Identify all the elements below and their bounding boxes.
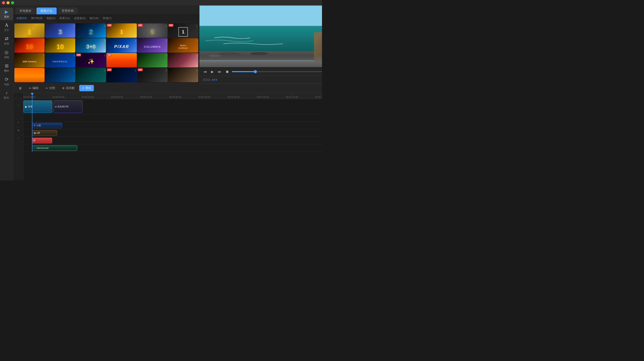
grid-item-sakura[interactable]: ↓ 樱花 <box>168 53 198 67</box>
grid-item-slate-countdown[interactable]: VIP 1 ↓ 场记板倒计时 <box>168 23 198 38</box>
svg-point-11 <box>209 55 220 57</box>
track-label-video: □ <box>13 99 23 112</box>
split-button[interactable]: ✂ 分割 <box>43 85 58 91</box>
grid-item-columbia[interactable]: COLUMBIA ↓ COLUMBIA <box>137 38 168 53</box>
progress-bar[interactable] <box>232 71 322 72</box>
tab-bg[interactable]: 背景样例 <box>58 8 78 14</box>
grid-item-island[interactable]: ↓ 海岛 <box>76 68 106 82</box>
sidebar-item-music[interactable]: ♪ 配乐 <box>0 89 13 101</box>
grid-item-weld-countdown[interactable]: 10 ↓ 电焊倒计时 <box>45 38 75 53</box>
tab-featured[interactable]: 精美片头 <box>36 8 57 14</box>
beach-clip[interactable]: ▶ 海滩 <box>23 100 52 113</box>
skip-forward-button[interactable]: ⏭ <box>217 69 222 74</box>
preview-video <box>199 6 322 67</box>
music-icon: ♪ <box>6 90 8 96</box>
download-icon: ↓ <box>43 39 44 42</box>
minimize-button[interactable] <box>7 1 10 4</box>
video-track: ▶ 海滩 ▶ 流光倒计时 <box>23 99 322 114</box>
grid-item-metro[interactable]: MetroGoldwyn ↓ Metro Goldw <box>168 38 198 53</box>
grid-item-ice-countdown[interactable]: 3+0 ↓ 水与冰倒计时 <box>76 38 106 53</box>
download-icon: ↓ <box>166 39 167 42</box>
effect-clip-label: 流光倒计时 <box>57 105 69 108</box>
skip-back-button[interactable]: ⏮ <box>203 69 208 74</box>
grid-item-electric-countdown[interactable]: 3 ↓ 电流倒计时 <box>45 23 75 38</box>
sidebar-item-text[interactable]: A 文字 <box>0 21 13 33</box>
text-icon: A <box>5 23 8 28</box>
image-track-icon: ⊞ <box>17 129 19 132</box>
app-body: ▶ 素材 A 文字 ⇄ 转场 ◎ 滤镜 ⊞ 叠附 ⟳ 动画 ♪ 配乐 <box>0 6 322 180</box>
freeze-button[interactable]: ❄ 冻结帧 <box>60 85 77 91</box>
ratio-value: 16:9 <box>212 78 217 81</box>
grid-item-pixar[interactable]: PIXAR ↓ PIXAR <box>106 38 137 53</box>
trash-icon: 🗑 <box>19 86 22 90</box>
grid-item-city[interactable]: VIP ↓ 城市 <box>137 68 168 82</box>
top-panel: 本地素材 精美片头 背景样例 全部(43) 倒计时(9) 电影(5) 风景(11… <box>13 6 322 83</box>
vip-badge: VIP <box>107 68 112 71</box>
audio-track: ♫ AlienSunset <box>23 144 322 152</box>
download-icon: ↓ <box>135 54 136 57</box>
download-icon: ↓ <box>73 68 75 72</box>
grid-item-fox[interactable]: 20th Century ↓ 20th Century <box>14 53 45 67</box>
cat-other[interactable]: 其他(7) <box>102 16 112 21</box>
export-button[interactable]: ↗ 导出 <box>79 85 94 91</box>
audio-clip[interactable]: ♫ AlienSunset <box>32 145 77 151</box>
cat-travel[interactable]: 旅行(6) <box>89 16 99 21</box>
grid-item-nature[interactable]: ↓ 自然 <box>137 53 168 67</box>
dream-clip-label: 梦 <box>33 139 35 142</box>
cat-scenery[interactable]: 风景(11) <box>58 16 71 21</box>
cat-movie[interactable]: 电影(5) <box>46 16 56 21</box>
grid-item-dogcat[interactable]: ↓ 人与狗狗 <box>168 68 198 82</box>
audio-clip-label: AlienSunset <box>36 147 49 149</box>
text-clip-label: 小清 <box>36 124 41 127</box>
grid-item-evening[interactable]: ↓ 夕阳 <box>14 68 45 82</box>
play-button[interactable]: ▶ <box>210 69 215 74</box>
stop-button[interactable]: ⏹ <box>224 69 230 74</box>
grid-item-citynight[interactable]: VIP ↓ 城市夜景 <box>106 68 137 82</box>
tab-local[interactable]: 本地素材 <box>15 8 35 14</box>
sidebar-label-overlay: 叠附 <box>4 69 9 73</box>
cat-all[interactable]: 全部(43) <box>15 16 28 21</box>
image-clip[interactable]: ⊞ 6屏 <box>32 130 57 136</box>
grid-item-metal-countdown[interactable]: VIP 5 ↓ 金属圆环倒计时 <box>137 23 168 38</box>
close-button[interactable] <box>2 1 5 4</box>
download-icon: ↓ <box>43 68 44 72</box>
download-icon: ↓ <box>166 24 167 27</box>
text-clip[interactable]: T 小清 <box>32 123 62 128</box>
grid-item-gold-countdown[interactable]: 1 ↓ 金色光影倒计时 <box>14 23 45 38</box>
cat-progress[interactable]: 进度条(5) <box>73 16 87 21</box>
download-icon: ↓ <box>104 68 105 72</box>
grid-item-fireworks[interactable]: VIP ✨ ↓ 烟花 <box>76 53 106 67</box>
sidebar-item-materials[interactable]: ▶ 素材 <box>0 8 13 20</box>
download-icon: ↓ <box>73 54 75 57</box>
edit-button[interactable]: ✏ 编辑 <box>26 85 41 91</box>
sidebar-item-overlay[interactable]: ⊞ 叠附 <box>0 62 13 74</box>
preview-controls: ⏮ ▶ ⏭ ⏹ 🔊 ⤢ <box>199 67 322 76</box>
grid-item-fire-countdown[interactable]: 10 ↓ 火焰倒计时 <box>14 38 45 53</box>
timeline-tracks[interactable]: 00:00:00.00 00:00:08.00 00:00:16.00 <box>23 93 322 180</box>
ruler-mark-7: 00:00:56.00 <box>228 94 240 98</box>
grid-item-tech-countdown[interactable]: 2 ↓ 科技感倒计时 <box>76 23 106 38</box>
download-icon: ↓ <box>135 39 136 42</box>
vip-badge: VIP <box>107 54 112 56</box>
sidebar-item-animation[interactable]: ⟳ 动画 <box>0 75 13 88</box>
sidebar-item-filter[interactable]: ◎ 滤镜 <box>0 48 13 61</box>
sidebar-item-transition[interactable]: ⇄ 转场 <box>0 34 13 47</box>
main-content: 本地素材 精美片头 背景样例 全部(43) 倒计时(9) 电影(5) 风景(11… <box>13 6 322 180</box>
svg-rect-1 <box>199 26 322 56</box>
vip-badge: VIP <box>169 24 173 27</box>
grid-item-light-countdown[interactable]: VIP 1 ↓ 流光倒计时 <box>106 23 137 38</box>
maximize-button[interactable] <box>11 1 14 4</box>
download-icon: ↓ <box>104 54 105 57</box>
delete-button[interactable]: 🗑 <box>16 85 24 91</box>
dream-clip[interactable]: 梦 <box>32 138 52 143</box>
edit-icon: ✏ <box>29 86 31 90</box>
grid-item-universal[interactable]: UNIVERSAL ↓ UNIVERSAL <box>45 53 75 67</box>
grid-item-sunset[interactable]: VIP ↓ 日落 <box>106 53 137 67</box>
sidebar: ▶ 素材 A 文字 ⇄ 转场 ◎ 滤镜 ⊞ 叠附 ⟳ 动画 ♪ 配乐 <box>0 6 13 180</box>
export-icon: ↗ <box>82 86 84 90</box>
cat-countdown[interactable]: 倒计时(9) <box>30 16 44 21</box>
effect-clip[interactable]: ▶ 流光倒计时 <box>54 100 83 113</box>
download-icon: ↓ <box>166 68 167 72</box>
image-clip-icon: ⊞ <box>34 132 36 134</box>
grid-item-beach[interactable]: ↓ 海滩 <box>45 68 75 82</box>
